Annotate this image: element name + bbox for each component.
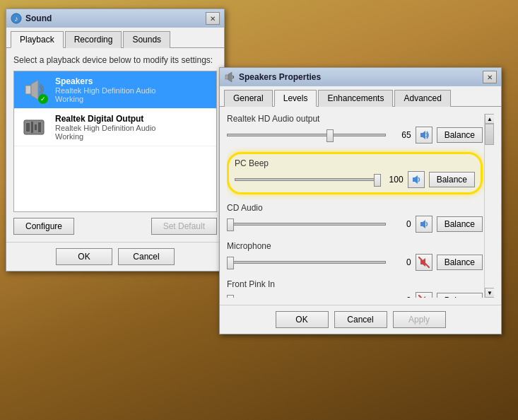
- sound-bottom-buttons: Configure Set Default: [13, 218, 217, 235]
- scrollbar[interactable]: ▲ ▼: [484, 114, 494, 298]
- svg-rect-9: [225, 75, 228, 79]
- level-row-microphone: Microphone 0: [227, 241, 483, 271]
- svg-marker-11: [420, 131, 425, 139]
- speakers-icon: ✓: [20, 76, 48, 104]
- microphone-slider[interactable]: [227, 255, 386, 269]
- pcbeep-mute-btn[interactable]: [408, 171, 425, 188]
- speakers-close-btn[interactable]: ✕: [483, 71, 497, 83]
- speakers-footer: OK Cancel Apply: [220, 305, 501, 334]
- speaker-icon-2: [411, 174, 422, 185]
- sound-cancel-button[interactable]: Cancel: [118, 248, 175, 265]
- realtek-slider[interactable]: [227, 128, 386, 142]
- speakers-dialog: Speakers Properties ✕ General Levels Enh…: [219, 67, 502, 334]
- digital-subname: Realtek High Definition Audio: [55, 124, 155, 132]
- sound-description: Select a playback device below to modify…: [13, 55, 217, 65]
- cdaudio-value: 0: [390, 219, 411, 229]
- speakers-ok-button[interactable]: OK: [276, 311, 329, 328]
- digital-name: Realtek Digital Output: [55, 114, 155, 124]
- pcbeep-controls: 100 Balance: [235, 171, 475, 188]
- microphone-mute-btn[interactable]: [416, 254, 432, 271]
- cdaudio-balance-btn[interactable]: Balance: [437, 216, 483, 232]
- check-icon: ✓: [38, 94, 48, 104]
- svg-marker-12: [413, 175, 418, 184]
- tab-sounds[interactable]: Sounds: [123, 31, 170, 48]
- speaker-icon-3: [418, 218, 430, 230]
- front-pink-slider[interactable]: [227, 293, 386, 298]
- cdaudio-label: CD Audio: [227, 203, 483, 213]
- svg-marker-10: [228, 72, 232, 82]
- sound-title-text: Sound: [25, 13, 52, 23]
- level-row-realtek: Realtek HD Audio output 65: [227, 114, 483, 144]
- tab-general[interactable]: General: [224, 90, 273, 107]
- front-pink-controls: 0 Balance: [227, 292, 483, 298]
- realtek-mute-btn[interactable]: [416, 127, 432, 144]
- realtek-label: Realtek HD Audio output: [227, 114, 483, 124]
- scrollbar-thumb[interactable]: [485, 124, 494, 145]
- pcbeep-slider[interactable]: [235, 173, 378, 187]
- speakers-title-icon: [224, 71, 235, 83]
- scroll-down-arrow[interactable]: ▼: [485, 288, 494, 298]
- pcbeep-value: 100: [382, 175, 404, 185]
- svg-rect-7: [35, 124, 37, 130]
- tab-recording[interactable]: Recording: [65, 31, 122, 48]
- speakers-title-text: Speakers Properties: [239, 72, 321, 82]
- tab-enhancements[interactable]: Enhancements: [318, 90, 393, 107]
- front-pink-mute-btn[interactable]: [416, 292, 432, 298]
- microphone-controls: 0 Balance: [227, 254, 483, 271]
- sound-footer: OK Cancel: [6, 242, 224, 271]
- front-pink-value: 0: [390, 296, 411, 298]
- cdaudio-slider[interactable]: [227, 217, 386, 231]
- scroll-content: Realtek HD Audio output 65: [227, 114, 494, 298]
- set-default-button[interactable]: Set Default: [151, 218, 217, 235]
- levels-content: Realtek HD Audio output 65: [220, 107, 501, 305]
- sound-ok-button[interactable]: OK: [56, 248, 112, 265]
- speakers-status: Working: [55, 95, 155, 103]
- speakers-tab-bar: General Levels Enhancements Advanced: [220, 86, 501, 107]
- svg-rect-5: [26, 123, 30, 132]
- microphone-label: Microphone: [227, 241, 483, 251]
- svg-rect-6: [31, 122, 33, 133]
- sound-title-icon: ♪: [11, 13, 22, 24]
- pcbeep-balance-btn[interactable]: Balance: [429, 172, 475, 187]
- device-item-digital[interactable]: Realtek Digital Output Realtek High Defi…: [14, 109, 216, 146]
- cdaudio-controls: 0 Balance: [227, 216, 483, 233]
- configure-button[interactable]: Configure: [13, 218, 74, 235]
- device-item-speakers[interactable]: ✓ Speakers Realtek High Definition Audio…: [14, 71, 216, 109]
- speakers-apply-button[interactable]: Apply: [393, 311, 446, 328]
- tab-levels[interactable]: Levels: [274, 90, 317, 107]
- speaker-muted-icon-2: [418, 295, 430, 298]
- svg-rect-2: [25, 86, 31, 94]
- speakers-subname: Realtek High Definition Audio: [55, 86, 155, 95]
- sound-dialog: ♪ Sound ✕ Playback Recording Sounds Sele…: [6, 8, 225, 272]
- speaker-muted-icon: [418, 257, 430, 268]
- level-row-cdaudio: CD Audio 0: [227, 203, 483, 233]
- tab-advanced[interactable]: Advanced: [394, 90, 450, 107]
- svg-marker-13: [420, 220, 425, 228]
- svg-marker-3: [31, 80, 38, 100]
- cdaudio-mute-btn[interactable]: [416, 216, 432, 233]
- svg-line-15: [418, 257, 430, 268]
- scroll-area: Realtek HD Audio output 65: [227, 114, 494, 298]
- front-pink-label: Front Pink In: [227, 279, 483, 289]
- svg-rect-8: [38, 122, 41, 132]
- digital-status: Working: [55, 132, 155, 141]
- speakers-name: Speakers: [55, 76, 155, 86]
- speakers-title-bar: Speakers Properties ✕: [220, 68, 501, 86]
- microphone-balance-btn[interactable]: Balance: [437, 255, 483, 270]
- svg-text:♪: ♪: [15, 15, 18, 23]
- digital-output-icon: [20, 113, 48, 141]
- device-list: ✓ Speakers Realtek High Definition Audio…: [13, 71, 217, 212]
- realtek-value: 65: [390, 130, 411, 140]
- sound-close-btn[interactable]: ✕: [206, 12, 220, 25]
- pcbeep-label: PC Beep: [235, 158, 475, 168]
- realtek-controls: 65 Balance: [227, 127, 483, 144]
- scroll-up-arrow[interactable]: ▲: [485, 114, 494, 124]
- tab-playback[interactable]: Playback: [11, 31, 64, 48]
- speakers-cancel-button[interactable]: Cancel: [334, 311, 387, 328]
- front-pink-balance-btn[interactable]: Balance: [437, 293, 483, 298]
- level-row-front-pink: Front Pink In 0: [227, 279, 483, 298]
- microphone-value: 0: [390, 257, 411, 267]
- sound-title-bar: ♪ Sound ✕: [6, 9, 224, 28]
- sound-tab-bar: Playback Recording Sounds: [6, 28, 224, 48]
- realtek-balance-btn[interactable]: Balance: [437, 127, 483, 143]
